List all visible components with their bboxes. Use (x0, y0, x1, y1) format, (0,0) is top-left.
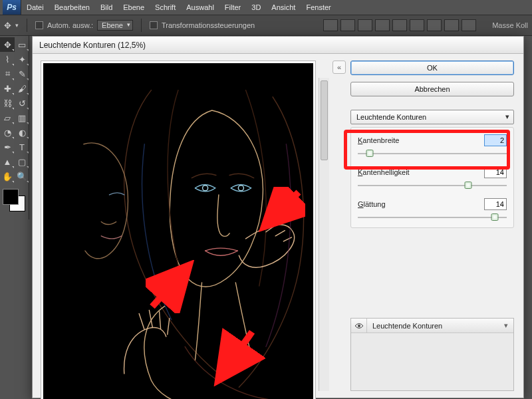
foreground-color-swatch[interactable] (3, 189, 19, 205)
tool-blur[interactable]: ◔ (0, 125, 15, 140)
ok-button[interactable]: OK (350, 61, 514, 75)
tool-type[interactable]: T (15, 140, 29, 154)
effect-visibility-toggle[interactable] (351, 319, 367, 333)
color-swatches[interactable] (0, 188, 29, 214)
auto-select-target-dropdown[interactable]: Ebene (97, 20, 133, 31)
menu-layer[interactable]: Ebene (118, 0, 150, 15)
tool-hand[interactable]: ✋ (0, 169, 15, 184)
menu-3d[interactable]: 3D (246, 0, 266, 15)
menu-view[interactable]: Ansicht (266, 0, 301, 15)
tool-shape[interactable]: ▢ (15, 154, 29, 169)
menu-edit[interactable]: Bearbeiten (49, 0, 95, 15)
menu-filter[interactable]: Filter (219, 0, 246, 15)
tools-panel: ✥ ▭ ⌇ ✦ ⌗ ✎ ✚ 🖌 ⛓ ↺ ▱ ▥ ◔ ◐ ✒ T ▲ ▢ ✋ 🔍 (0, 36, 29, 219)
edge-width-slider[interactable] (358, 149, 507, 158)
align-icon[interactable] (375, 19, 390, 31)
align-icon[interactable] (462, 19, 476, 31)
filter-gallery-dialog: Leuchtende Konturen (12,5%) (32, 36, 524, 398)
effect-collapse-icon[interactable]: ▾ (499, 321, 513, 330)
tool-path-select[interactable]: ▲ (0, 154, 15, 169)
menu-window[interactable]: Fenster (301, 0, 336, 15)
align-icon[interactable] (444, 19, 459, 31)
effects-stack-panel: Leuchtende Konturen ▾ (350, 318, 514, 391)
param-smoothness: Glättung (358, 198, 507, 222)
menu-type[interactable]: Schrift (150, 0, 181, 15)
tool-move[interactable]: ✥ (0, 37, 15, 52)
move-tool-icon: ✥ (4, 21, 11, 31)
tool-history-brush[interactable]: ↺ (15, 96, 29, 110)
param-label: Kantenbreite (358, 136, 399, 144)
param-label: Glättung (358, 200, 386, 208)
auto-select-checkbox[interactable] (35, 21, 43, 29)
right-palette-label: Masse Koll (492, 21, 528, 29)
auto-select-label: Autom. ausw.: (47, 21, 93, 29)
edge-brightness-slider[interactable] (358, 181, 507, 190)
param-edge-brightness: Kantenhelligkeit (358, 166, 507, 190)
tool-marquee[interactable]: ▭ (15, 37, 29, 52)
filter-preview (41, 61, 316, 399)
tool-eyedropper[interactable]: ✎ (15, 66, 29, 81)
tool-crop[interactable]: ⌗ (0, 66, 15, 81)
menu-image[interactable]: Bild (95, 0, 118, 15)
filter-select-dropdown[interactable]: Leuchtende Konturen (350, 110, 514, 124)
preview-scrollbar[interactable] (319, 78, 329, 391)
svg-point-6 (358, 325, 360, 327)
transform-controls-checkbox[interactable] (150, 21, 158, 29)
tool-quick-select[interactable]: ✦ (15, 52, 29, 66)
edge-brightness-input[interactable] (484, 166, 507, 178)
cancel-button[interactable]: Abbrechen (350, 82, 514, 96)
tool-eraser[interactable]: ▱ (0, 110, 15, 125)
tool-pen[interactable]: ✒ (0, 140, 15, 154)
effect-item-label[interactable]: Leuchtende Konturen (367, 322, 448, 330)
align-icon[interactable] (340, 19, 355, 31)
dialog-title: Leuchtende Konturen (12,5%) (33, 37, 523, 54)
app-logo: Ps (3, 0, 21, 15)
menu-file[interactable]: Datei (21, 0, 49, 15)
svg-rect-0 (43, 63, 313, 399)
tool-gradient[interactable]: ▥ (15, 110, 29, 125)
collapse-toggle-icon[interactable]: « (332, 61, 346, 74)
effects-stack-body (351, 333, 513, 390)
tool-heal[interactable]: ✚ (0, 81, 15, 96)
menu-select[interactable]: Auswahl (181, 0, 219, 15)
tool-lasso[interactable]: ⌇ (0, 52, 15, 66)
align-icon[interactable] (427, 19, 442, 31)
align-icon[interactable] (323, 19, 338, 31)
menu-bar: Ps Datei Bearbeiten Bild Ebene Schrift A… (0, 0, 532, 15)
options-bar: ✥ ▾ Autom. ausw.: Ebene Transformationss… (0, 15, 532, 36)
tool-dodge[interactable]: ◐ (15, 125, 29, 140)
align-icon[interactable] (392, 19, 407, 31)
smoothness-input[interactable] (484, 198, 507, 210)
tool-zoom[interactable]: 🔍 (15, 169, 29, 184)
align-icon[interactable] (358, 19, 372, 31)
param-label: Kantenhelligkeit (358, 168, 410, 176)
smoothness-slider[interactable] (358, 213, 507, 222)
edge-width-input[interactable] (484, 134, 507, 146)
tool-brush[interactable]: 🖌 (15, 81, 29, 96)
param-edge-width: Kantenbreite (358, 134, 507, 158)
filter-params-group: Kantenbreite Kantenhelligkeit (350, 127, 514, 228)
align-icon[interactable] (410, 19, 424, 31)
transform-controls-label: Transformationssteuerungen (162, 21, 255, 29)
tool-stamp[interactable]: ⛓ (0, 96, 15, 110)
align-icons (323, 19, 480, 31)
